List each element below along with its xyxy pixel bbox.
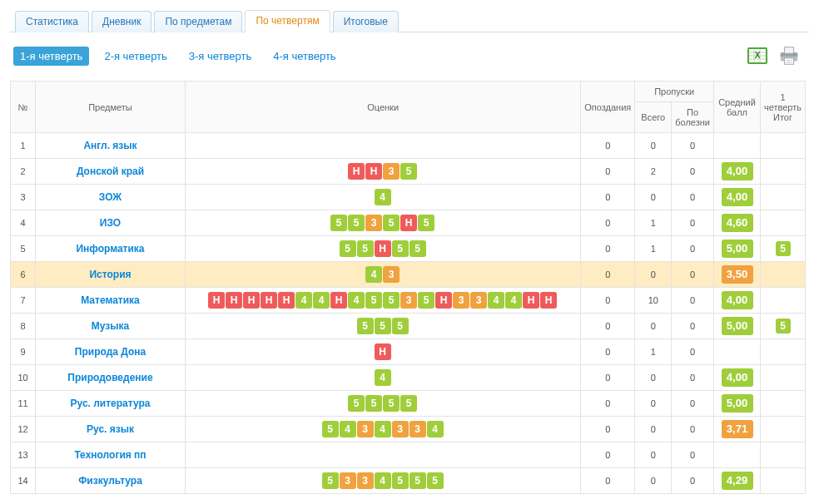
- subject-link[interactable]: ЗОЖ: [99, 191, 122, 203]
- subject-link[interactable]: Природа Дона: [75, 346, 146, 358]
- cell-avg: 5,00: [714, 314, 761, 339]
- mark-badge: 4: [375, 421, 391, 437]
- cell-marks: [186, 133, 581, 159]
- excel-icon[interactable]: X: [746, 44, 769, 67]
- avg-badge: 4,00: [722, 368, 753, 387]
- avg-badge: 4,60: [722, 214, 753, 232]
- mark-badge: Н: [540, 292, 557, 309]
- cell-avg: [714, 442, 761, 468]
- mark-badge: Н: [348, 163, 365, 180]
- cell-num: 8: [11, 314, 36, 339]
- cell-subject: Донской край: [36, 159, 186, 185]
- cell-abs-ill: 0: [672, 442, 714, 468]
- cell-subject: Информатика: [36, 236, 186, 262]
- tab[interactable]: Итоговые: [333, 11, 399, 32]
- cell-late: 0: [581, 468, 635, 494]
- svg-rect-10: [784, 47, 793, 53]
- mark-badge: 5: [357, 318, 374, 334]
- top-tabs: СтатистикаДневникПо предметамПо четвертя…: [10, 8, 809, 32]
- cell-late: 0: [581, 185, 635, 210]
- cell-marks: 43: [186, 262, 581, 288]
- mark-badge: 4: [375, 472, 391, 489]
- mark-badge: 3: [383, 163, 400, 180]
- mark-badge: 5: [400, 163, 417, 180]
- subject-link[interactable]: Информатика: [76, 243, 144, 254]
- cell-abs-ill: 0: [672, 185, 714, 210]
- th-final: 1 четверть Итог: [761, 82, 806, 133]
- subject-link[interactable]: Донской край: [77, 166, 144, 177]
- table-row: 4ИЗО5535Н50104,60: [11, 210, 806, 236]
- mark-badge: Н: [226, 292, 242, 309]
- subject-link[interactable]: Музыка: [92, 320, 129, 332]
- cell-late: 0: [581, 133, 635, 159]
- cell-avg: 5,00: [714, 391, 761, 417]
- tab[interactable]: По предметам: [154, 11, 242, 32]
- cell-late: 0: [581, 442, 635, 468]
- mark-badge: Н: [375, 343, 391, 360]
- quarter-tab[interactable]: 2-я четверть: [97, 47, 173, 66]
- export-tools: X: [746, 44, 806, 67]
- avg-badge: 4,00: [722, 162, 753, 180]
- mark-badge: 4: [295, 292, 312, 309]
- cell-num: 1: [11, 133, 36, 159]
- cell-late: 0: [581, 262, 635, 288]
- cell-final: [761, 417, 806, 442]
- tab[interactable]: Дневник: [92, 11, 151, 32]
- cell-subject: История: [36, 262, 186, 288]
- cell-marks: 555: [186, 314, 581, 339]
- mark-badge: 5: [400, 395, 417, 412]
- subject-link[interactable]: Англ. язык: [83, 140, 136, 151]
- cell-avg: 4,60: [714, 210, 761, 236]
- cell-marks: НН35: [186, 159, 581, 185]
- subject-link[interactable]: ИЗО: [100, 217, 121, 229]
- quarter-tab-label: 1-я четверть: [20, 50, 82, 62]
- th-abs-ill: По болезни: [672, 102, 714, 133]
- mark-badge: 5: [348, 215, 365, 231]
- mark-badge: 5: [418, 215, 434, 231]
- subject-link[interactable]: Рус. язык: [87, 423, 134, 435]
- cell-final: 5: [761, 236, 806, 262]
- quarter-tab[interactable]: 3-я четверть: [182, 47, 258, 66]
- cell-final: [761, 391, 806, 417]
- cell-abs-total: 0: [635, 417, 672, 442]
- subject-link[interactable]: Природоведение: [67, 372, 152, 383]
- subject-link[interactable]: История: [89, 269, 131, 280]
- table-row: 2Донской крайНН350204,00: [11, 159, 806, 185]
- subject-link[interactable]: Технология пп: [74, 449, 146, 461]
- mark-badge: 5: [410, 240, 426, 257]
- cell-marks: 5535Н5: [186, 210, 581, 236]
- quarter-tab-label: 4-я четверть: [273, 50, 335, 62]
- mark-badge: 5: [365, 292, 382, 309]
- tab[interactable]: Статистика: [15, 11, 89, 32]
- mark-badge: Н: [400, 215, 417, 231]
- cell-avg: 4,29: [714, 468, 761, 494]
- cell-late: 0: [581, 417, 635, 442]
- tab[interactable]: По четвертям: [245, 10, 330, 32]
- subject-link[interactable]: Математика: [81, 294, 140, 306]
- cell-marks: 4: [186, 365, 581, 391]
- avg-badge: 3,71: [722, 420, 753, 438]
- cell-num: 3: [11, 185, 36, 210]
- table-row: 8Музыка5550005,005: [11, 314, 806, 339]
- print-icon[interactable]: [777, 44, 801, 67]
- mark-badge: 5: [427, 472, 444, 489]
- cell-final: [761, 159, 806, 185]
- cell-abs-total: 10: [635, 288, 672, 314]
- table-row: 1Англ. язык000: [11, 133, 806, 159]
- cell-final: [761, 468, 806, 494]
- mark-badge: Н: [365, 163, 382, 180]
- subject-link[interactable]: Рус. литература: [71, 398, 151, 409]
- cell-avg: [714, 133, 761, 159]
- subject-link[interactable]: Физкультура: [78, 475, 142, 487]
- cell-abs-ill: 0: [672, 210, 714, 236]
- quarter-tab[interactable]: 1-я четверть: [13, 47, 89, 66]
- quarter-tab[interactable]: 4-я четверть: [266, 47, 342, 66]
- grades-table: № Предметы Оценки Опоздания Пропуски Сре…: [10, 81, 806, 494]
- cell-subject: Рус. литература: [36, 391, 186, 417]
- th-late: Опоздания: [581, 82, 635, 133]
- mark-badge: 3: [453, 292, 469, 309]
- tab-label: Дневник: [102, 16, 141, 27]
- avg-badge: 3,50: [722, 265, 753, 284]
- mark-badge: 5: [330, 215, 347, 231]
- cell-abs-ill: 0: [672, 236, 714, 262]
